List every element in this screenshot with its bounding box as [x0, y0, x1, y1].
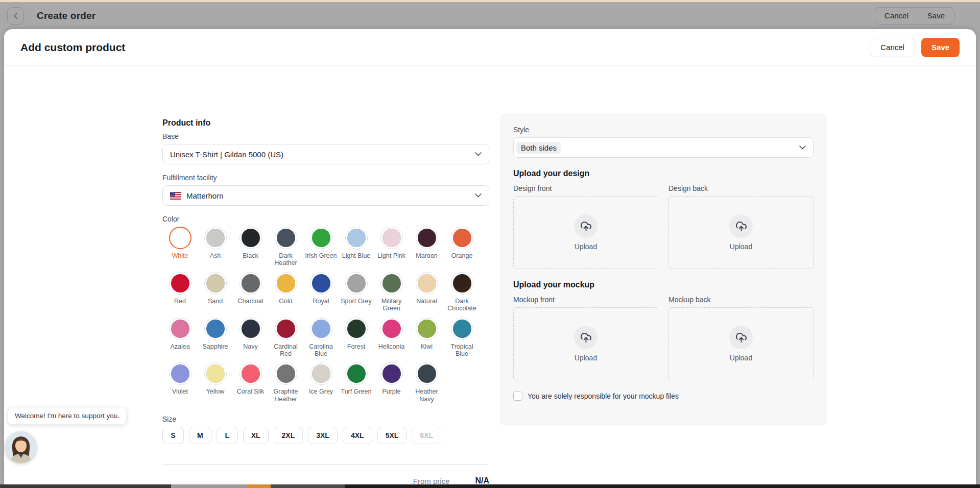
color-swatch-ring [275, 318, 297, 340]
color-swatch-name: Violet [172, 388, 188, 395]
size-chip[interactable]: 2XL [274, 427, 303, 444]
color-swatch[interactable]: Heliconia [374, 318, 409, 358]
upload-dropzone[interactable]: Upload [668, 196, 814, 269]
color-swatch[interactable]: Forest [339, 318, 374, 358]
upload-icon-circle [574, 326, 597, 349]
color-swatch-ring [240, 362, 262, 385]
color-swatch-dot [242, 364, 260, 383]
chat-avatar[interactable] [5, 431, 37, 463]
color-swatch[interactable]: Graphite Heather [268, 362, 303, 403]
upload-mockup-heading: Upload your mockup [513, 280, 814, 289]
design-upload-column: Design front Upload [513, 184, 658, 269]
color-swatch-dot [453, 320, 471, 338]
color-swatch[interactable]: Dark Heather [268, 227, 303, 267]
facility-label: Fulfillment facility [162, 174, 489, 182]
color-swatch-ring [451, 227, 473, 249]
color-swatch[interactable]: Sport Grey [339, 272, 374, 312]
color-swatch[interactable]: Heather Navy [409, 362, 444, 403]
color-swatch-ring [380, 318, 403, 340]
color-swatch[interactable]: Orange [444, 227, 480, 267]
color-swatch[interactable]: Maroon [409, 227, 444, 267]
back-button[interactable] [7, 7, 23, 25]
color-swatch[interactable]: Light Pink [374, 227, 409, 267]
style-select[interactable]: Both sides [513, 137, 814, 158]
upload-button-label: Upload [730, 354, 752, 362]
color-swatch-dot [277, 229, 295, 247]
color-swatch[interactable]: Azalea [162, 318, 198, 358]
color-swatch[interactable]: Navy [233, 318, 268, 358]
color-swatch-dot [418, 229, 436, 247]
color-swatch[interactable]: Purple [374, 362, 409, 403]
size-chip[interactable]: M [189, 427, 211, 444]
color-swatch[interactable]: Light Blue [339, 227, 374, 267]
color-swatch[interactable]: Royal [303, 272, 339, 312]
size-chip[interactable]: L [217, 427, 238, 444]
color-swatch[interactable]: Yellow [198, 362, 233, 403]
color-swatch[interactable]: Cardinal Red [268, 318, 303, 358]
color-swatch-ring [416, 272, 438, 295]
upload-dropzone[interactable]: Upload [513, 196, 658, 269]
color-swatch[interactable]: Kiwi [409, 318, 444, 358]
facility-select[interactable]: Matterhorn [162, 185, 489, 206]
color-swatch-name: Forest [347, 343, 365, 350]
cancel-button[interactable]: Cancel [870, 38, 915, 57]
size-chip[interactable]: S [162, 427, 184, 444]
size-chip[interactable]: 5XL [377, 427, 407, 444]
size-chip[interactable]: 3XL [308, 427, 338, 444]
color-swatch-dot [171, 274, 189, 292]
upload-icon-circle [729, 214, 753, 238]
color-swatch-name: Black [243, 252, 258, 259]
color-swatch[interactable]: Sapphire [198, 318, 233, 358]
upload-button-label: Upload [575, 242, 597, 251]
color-swatch[interactable]: Carolina Blue [303, 318, 339, 358]
color-swatch[interactable]: Black [233, 227, 268, 267]
order-save-button[interactable]: Save [918, 8, 954, 24]
color-swatch-dot [312, 364, 330, 383]
size-chip[interactable]: 4XL [343, 427, 372, 444]
size-chip[interactable]: XL [243, 427, 269, 444]
color-swatch[interactable]: Charcoal [233, 272, 268, 312]
mockup-disclaimer-row: You are solely responsible for your mock… [513, 392, 814, 401]
color-swatch-ring [275, 227, 297, 249]
base-select[interactable]: Unisex T-Shirt | Gildan 5000 (US) [162, 144, 489, 164]
product-info-section: Product info Base Unisex T-Shirt | Gilda… [162, 118, 489, 485]
color-swatch[interactable]: Gold [268, 272, 303, 312]
mockup-responsibility-checkbox[interactable] [513, 392, 522, 401]
upload-dropzone[interactable]: Upload [668, 307, 814, 380]
upload-icon-circle [574, 214, 597, 238]
upload-dropzone[interactable]: Upload [513, 307, 658, 380]
color-swatch[interactable]: Ash [198, 227, 233, 267]
color-swatch[interactable]: Tropical Blue [444, 318, 480, 358]
color-swatch[interactable]: Sand [198, 272, 233, 312]
color-swatch-dot [242, 274, 260, 292]
product-info-heading: Product info [162, 118, 489, 128]
color-swatch[interactable]: Natural [409, 272, 444, 312]
size-chip[interactable]: 6XL [412, 427, 441, 444]
color-swatch-name: Graphite Heather [269, 388, 303, 403]
color-swatch[interactable]: Red [162, 272, 198, 312]
color-swatch-ring [345, 272, 368, 295]
color-swatch[interactable]: Irish Green [303, 227, 339, 267]
color-swatch-ring [204, 318, 227, 340]
color-swatch[interactable]: Coral Silk [233, 362, 268, 403]
color-swatch[interactable]: Dark Chocolate [444, 272, 480, 312]
mockup-upload-column: Mockup back Upload [668, 296, 814, 380]
color-swatch-name: Ice Grey [309, 388, 333, 395]
upload-box-label: Mockup front [513, 296, 658, 304]
color-swatch-dot [206, 364, 225, 383]
color-swatch-dot [206, 274, 225, 292]
chevron-down-icon [475, 193, 482, 198]
upload-box-label: Design front [513, 184, 658, 192]
color-swatch[interactable]: Military Green [374, 272, 409, 312]
save-button[interactable]: Save [921, 38, 960, 57]
color-swatch-ring [169, 227, 192, 249]
color-swatch[interactable]: Ice Grey [303, 362, 339, 403]
chevron-down-icon [799, 145, 806, 150]
chat-welcome-bubble: Welcome! I'm here to support you. [8, 407, 127, 425]
order-cancel-button[interactable]: Cancel [875, 8, 918, 24]
support-agent-avatar-icon [5, 431, 37, 463]
color-swatch[interactable]: White [162, 227, 198, 267]
color-swatch-ring [169, 318, 192, 340]
color-swatch[interactable]: Violet [162, 362, 198, 403]
color-swatch[interactable]: Turf Green [339, 362, 374, 403]
